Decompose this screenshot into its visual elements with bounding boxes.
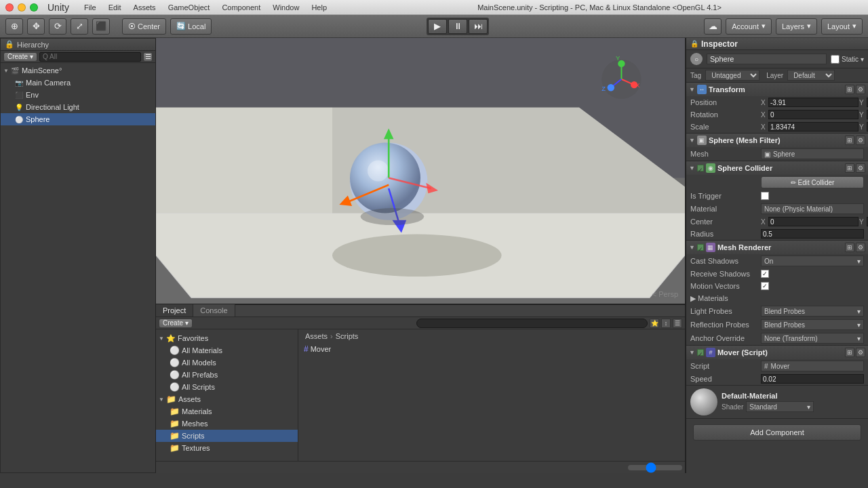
proj-item-scripts[interactable]: 📁 Scripts	[156, 430, 298, 442]
sphere-coll-ref-btn[interactable]: ⊞	[845, 163, 854, 173]
anchor-override-dropdown[interactable]: None (Transform) ▾	[761, 333, 864, 344]
gameobject-menu[interactable]: GameObject	[163, 0, 216, 15]
help-menu[interactable]: Help	[306, 0, 332, 15]
mover-settings-btn[interactable]: ⚙	[856, 348, 865, 357]
layers-dropdown[interactable]: Layers ▾	[776, 18, 817, 35]
collider-material-field[interactable]: None (Physic Material)	[761, 203, 864, 214]
proj-item-all-materials[interactable]: ⚪ All Materials	[156, 344, 298, 357]
project-create-btn[interactable]: Create ▾	[159, 319, 193, 328]
pause-button[interactable]: ⏸	[448, 19, 467, 34]
cloud-button[interactable]: ☁	[704, 18, 722, 35]
mesh-renderer-header[interactable]: ▼ ▦ Mesh Renderer ⊞ ⚙	[686, 241, 868, 254]
sphere-collider-checkbox[interactable]	[697, 165, 704, 171]
mesh-rend-ref-btn[interactable]: ⊞	[845, 243, 854, 252]
tag-select[interactable]: Untagged	[705, 70, 760, 81]
scale-x[interactable]	[768, 122, 859, 131]
proj-item-meshes[interactable]: 📁 Meshes	[156, 418, 298, 430]
sphere-collider-header[interactable]: ▼ ◉ Sphere Collider ⊞ ⚙	[686, 161, 868, 175]
mover-checkbox[interactable]	[697, 349, 704, 356]
filter-btn[interactable]: ☰	[673, 319, 682, 328]
materials-section-toggle[interactable]: ▶ Materials	[690, 294, 758, 303]
transform-tool-2[interactable]: ⟳	[49, 18, 66, 35]
layout-dropdown[interactable]: Layout ▾	[821, 18, 863, 35]
static-checkbox[interactable]	[831, 55, 840, 64]
hier-item-mainscene[interactable]: ▼ 🎬 MainScene°	[1, 64, 155, 77]
add-component-button[interactable]: Add Component	[693, 424, 861, 441]
hierarchy-search[interactable]	[39, 52, 141, 62]
transform-tool-3[interactable]: ⤢	[71, 18, 88, 35]
transform-tool-4[interactable]: ⬛	[92, 18, 110, 35]
mesh-filter-settings-btn[interactable]: ⚙	[856, 136, 865, 145]
file-menu[interactable]: File	[79, 0, 102, 15]
favorites-section[interactable]: ▼ ⭐ Favorites	[156, 332, 298, 344]
edit-collider-btn[interactable]: ✏ Edit Collider	[761, 176, 864, 188]
size-slider[interactable]	[628, 465, 682, 470]
speed-input[interactable]	[761, 374, 864, 384]
proj-item-all-models[interactable]: ⚪ All Models	[156, 357, 298, 369]
hierarchy-icon-btn[interactable]: ☰	[143, 52, 153, 62]
svg-marker-4	[156, 107, 332, 213]
hier-item-env[interactable]: ⬛ Env	[1, 89, 155, 101]
tab-project[interactable]: Project	[156, 304, 193, 317]
script-field[interactable]: # Mover	[761, 361, 864, 371]
layer-select[interactable]: Default	[787, 70, 835, 81]
radius-input[interactable]	[761, 229, 864, 239]
window-menu[interactable]: Window	[267, 0, 304, 15]
file-mover[interactable]: # Mover	[301, 343, 682, 355]
assets-section[interactable]: ▼ 📁 Assets	[156, 393, 298, 405]
local-button[interactable]: 🔄 Local	[170, 18, 212, 35]
transform-header[interactable]: ▼ ↔ Transform ⊞ ⚙	[686, 83, 868, 96]
assets-menu[interactable]: Assets	[128, 0, 161, 15]
apple-menu[interactable]: Unity	[42, 0, 75, 15]
mesh-filter-ref-btn[interactable]: ⊞	[845, 136, 854, 145]
tab-console[interactable]: Console	[193, 304, 235, 317]
account-dropdown[interactable]: Account ▾	[726, 18, 772, 35]
proj-item-textures[interactable]: 📁 Textures	[156, 442, 298, 454]
proj-item-all-scripts[interactable]: ⚪ All Scripts	[156, 381, 298, 393]
maximize-btn[interactable]	[30, 3, 38, 12]
light-probes-dropdown[interactable]: Blend Probes ▾	[761, 306, 864, 317]
motion-vectors-label: Motion Vectors	[690, 282, 758, 290]
object-name-input[interactable]	[707, 54, 827, 64]
transform-tool-0[interactable]: ⊕	[5, 18, 23, 35]
center-x[interactable]	[768, 217, 859, 226]
sphere-coll-settings-btn[interactable]: ⚙	[856, 163, 865, 173]
project-search[interactable]	[416, 319, 648, 328]
mesh-filter-header[interactable]: ▼ ▣ Sphere (Mesh Filter) ⊞ ⚙	[686, 134, 868, 147]
favorites-btn[interactable]: ⭐	[650, 319, 659, 328]
mesh-field[interactable]: ▣ Sphere	[761, 148, 864, 159]
scene-canvas[interactable]: Y X Z < Persp	[156, 38, 685, 304]
transform-ref-btn[interactable]: ⊞	[845, 85, 854, 94]
component-menu[interactable]: Component	[216, 0, 266, 15]
pos-x[interactable]	[768, 98, 859, 107]
mesh-renderer-checkbox[interactable]	[697, 244, 704, 251]
mover-script-header[interactable]: ▼ # Mover (Script) ⊞ ⚙	[686, 346, 868, 359]
hier-item-camera[interactable]: 📷 Main Camera	[1, 77, 155, 89]
mesh-rend-settings-btn[interactable]: ⚙	[856, 243, 865, 252]
minimize-btn[interactable]	[18, 3, 26, 12]
step-button[interactable]: ⏭	[469, 19, 488, 34]
models-icon: ⚪	[170, 358, 180, 367]
cast-shadows-dropdown[interactable]: On ▾	[761, 256, 864, 266]
center-button[interactable]: ⦿ Center	[122, 18, 166, 35]
hier-item-light[interactable]: 💡 Directional Light	[1, 101, 155, 113]
rot-x[interactable]	[768, 110, 859, 119]
hierarchy-create-btn[interactable]: Create ▾	[3, 52, 37, 62]
proj-item-materials[interactable]: 📁 Materials	[156, 405, 298, 418]
is-trigger-checkbox[interactable]	[761, 192, 769, 200]
edit-collider-icon: ✏	[791, 179, 796, 186]
transform-settings-btn[interactable]: ⚙	[856, 85, 865, 94]
proj-item-all-prefabs[interactable]: ⚪ All Prefabs	[156, 369, 298, 381]
close-btn[interactable]	[5, 3, 14, 12]
shader-dropdown[interactable]: Standard ▾	[746, 401, 814, 412]
edit-menu[interactable]: Edit	[103, 0, 127, 15]
receive-shadows-checkbox[interactable]	[761, 270, 769, 278]
sort-btn[interactable]: ↕	[661, 319, 671, 328]
transform-tool-1[interactable]: ✥	[27, 18, 45, 35]
reflection-probes-dropdown[interactable]: Blend Probes ▾	[761, 319, 864, 330]
hier-item-sphere[interactable]: ⚪ Sphere	[1, 113, 155, 125]
mover-ref-btn[interactable]: ⊞	[845, 348, 854, 357]
play-button[interactable]: ▶	[428, 19, 447, 34]
motion-vectors-checkbox[interactable]	[761, 282, 769, 290]
cast-shadows-row: Cast Shadows On ▾	[686, 254, 868, 268]
